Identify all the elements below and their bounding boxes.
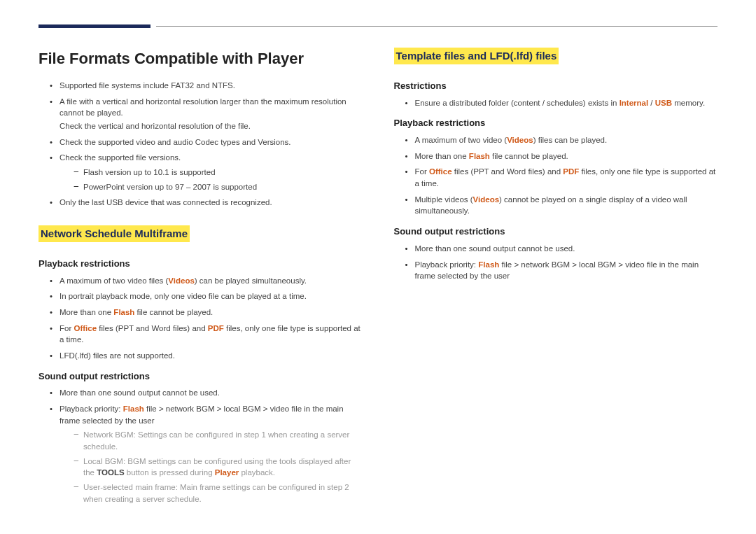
list-item: LFD(.lfd) files are not supported. — [47, 350, 363, 362]
list-item: Network BGM: Settings can be configured … — [72, 429, 363, 452]
highlight-text: Videos — [507, 136, 533, 144]
sub-heading-restrictions: Restrictions — [394, 80, 718, 93]
text: file cannot be played. — [134, 308, 213, 316]
text: More than one — [59, 308, 113, 316]
text: ) can be played simultaneously. — [195, 276, 307, 285]
text: playback. — [239, 468, 275, 477]
list-item: Check the supported file versions. Flash… — [47, 152, 363, 192]
sound-list-r: More than one sound output cannot be use… — [394, 243, 718, 282]
sub-heading-playback: Playback restrictions — [38, 258, 363, 271]
text: files (PPT and Word files) and — [97, 324, 208, 332]
text: A file with a vertical and horizontal re… — [59, 97, 346, 118]
list-item: A file with a vertical and horizontal re… — [47, 96, 363, 132]
sub-list: Flash version up to 10.1 is supported Po… — [59, 167, 363, 192]
text: A maximum of two video files ( — [59, 276, 168, 285]
section-heading-template: Template files and LFD(.lfd) files — [394, 48, 559, 64]
highlight-text: Flash — [123, 405, 144, 413]
text: / — [648, 99, 655, 107]
list-item: More than one sound output cannot be use… — [402, 243, 718, 255]
text: Playback priority: — [59, 405, 123, 413]
section-heading-network: Network Schedule Multiframe — [38, 225, 190, 242]
highlight-text: Flash — [469, 152, 490, 160]
list-item: A maximum of two video files (Videos) ca… — [47, 275, 363, 287]
list-item: In portrait playback mode, only one vide… — [47, 290, 363, 302]
sub-heading-sound: Sound output restrictions — [38, 370, 363, 384]
sound-list: More than one sound output cannot be use… — [38, 387, 363, 505]
page-header — [38, 24, 718, 28]
list-item: Local BGM: BGM settings can be configure… — [72, 456, 363, 479]
text: memory. — [672, 99, 705, 107]
list-item: More than one Flash file cannot be playe… — [402, 150, 718, 162]
accent-bar — [38, 24, 150, 28]
text-note: Check the vertical and horizontal resolu… — [59, 120, 363, 132]
text: files (PPT and Word files) and — [452, 167, 564, 176]
list-item: Only the last USB device that was connec… — [47, 197, 363, 209]
page-title: File Formats Compatible with Player — [38, 48, 363, 70]
highlight-text: Flash — [478, 260, 499, 269]
highlight-text: Office — [429, 167, 452, 176]
highlight-text: Player — [215, 468, 239, 477]
sub-heading-playback-r: Playback restrictions — [394, 117, 718, 130]
highlight-text: PDF — [563, 167, 579, 176]
list-item: User-selected main frame: Main frame set… — [72, 482, 363, 505]
list-item: Playback priority: Flash file > network … — [402, 259, 718, 282]
text: file cannot be played. — [490, 152, 568, 160]
sub-list: Network BGM: Settings can be configured … — [59, 429, 363, 505]
text: Playback priority: — [415, 260, 479, 269]
sub-heading-sound-r: Sound output restrictions — [394, 225, 718, 239]
left-column: File Formats Compatible with Player Supp… — [38, 48, 363, 509]
intro-list: Supported file systems include FAT32 and… — [38, 80, 363, 209]
text: ) files can be played. — [533, 136, 607, 144]
list-item: For Office files (PPT and Word files) an… — [47, 323, 363, 346]
text: A maximum of two video ( — [415, 136, 507, 144]
list-item: Check the supported video and audio Code… — [47, 136, 363, 148]
bold-text: TOOLS — [97, 468, 124, 477]
list-item: A maximum of two video (Videos) files ca… — [402, 134, 718, 146]
text: More than one — [415, 152, 469, 160]
highlight-text: PDF — [208, 324, 224, 332]
text: Ensure a distributed folder (content / s… — [415, 99, 620, 107]
list-item: Ensure a distributed folder (content / s… — [402, 97, 718, 109]
highlight-text: Internal — [620, 99, 649, 107]
text: For — [415, 167, 429, 176]
restrictions-list: Ensure a distributed folder (content / s… — [394, 97, 718, 109]
text: Multiple videos ( — [415, 195, 473, 204]
header-divider — [156, 26, 718, 27]
list-item: Supported file systems include FAT32 and… — [47, 80, 363, 92]
list-item: More than one sound output cannot be use… — [47, 387, 363, 399]
highlight-text: Videos — [473, 195, 500, 204]
right-column: Template files and LFD(.lfd) files Restr… — [394, 48, 718, 509]
text: For — [59, 324, 74, 332]
highlight-text: Office — [74, 324, 97, 332]
list-item: For Office files (PPT and Word files) an… — [402, 166, 718, 189]
playback-list: A maximum of two video files (Videos) ca… — [38, 275, 363, 362]
highlight-text: Videos — [168, 276, 195, 285]
text: Check the supported file versions. — [59, 153, 181, 162]
list-item: More than one Flash file cannot be playe… — [47, 307, 363, 318]
list-item: PowerPoint version up to 97 – 2007 is su… — [72, 181, 363, 193]
content-columns: File Formats Compatible with Player Supp… — [38, 48, 718, 509]
text: button is pressed during — [125, 468, 215, 477]
highlight-text: USB — [655, 99, 672, 107]
playback-list-r: A maximum of two video (Videos) files ca… — [394, 134, 718, 217]
list-item: Flash version up to 10.1 is supported — [72, 167, 363, 178]
highlight-text: Flash — [113, 308, 134, 316]
list-item: Playback priority: Flash file > network … — [47, 403, 363, 505]
list-item: Multiple videos (Videos) cannot be playe… — [402, 194, 718, 217]
